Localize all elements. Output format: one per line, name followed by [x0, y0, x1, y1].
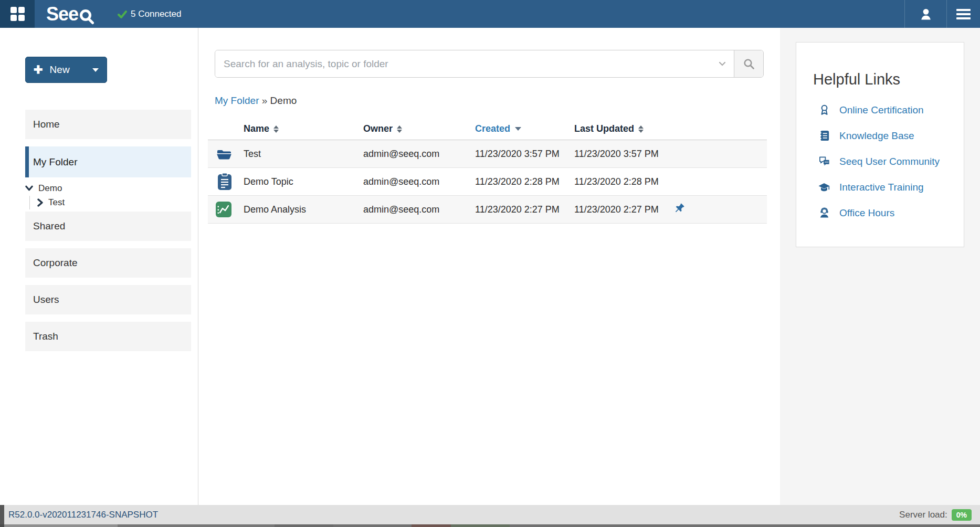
right-panel: Helpful Links Online Certification: [780, 28, 980, 505]
chevron-down-icon[interactable]: [92, 68, 99, 72]
user-icon: [919, 7, 933, 22]
breadcrumb: My Folder » Demo: [215, 95, 780, 107]
search-options-toggle[interactable]: [711, 50, 734, 77]
column-header-last-updated[interactable]: Last Updated: [566, 123, 667, 134]
sidebar-item-trash[interactable]: Trash: [25, 322, 191, 351]
server-load-label: Server load:: [899, 510, 947, 520]
link-seeq-user-community[interactable]: Seeq User Community: [817, 149, 964, 174]
chevron-down-icon[interactable]: [25, 185, 33, 192]
version-label: R52.0.0-v202011231746-SNAPSHOT: [8, 510, 158, 520]
row-name[interactable]: Demo Topic: [235, 176, 355, 187]
tree-item-demo[interactable]: Demo: [25, 181, 198, 195]
table-row-demo-topic[interactable]: Demo Topic admin@seeq.com 11/23/2020 2:2…: [208, 168, 767, 196]
helpful-links-title: Helpful Links: [813, 70, 964, 89]
sidebar-item-corporate[interactable]: Corporate: [25, 248, 191, 278]
seeq-logo[interactable]: See: [46, 6, 94, 22]
link-label[interactable]: Online Certification: [839, 104, 924, 116]
check-icon: [118, 10, 127, 18]
folder-tree: Demo Test: [0, 181, 198, 209]
row-created: 11/23/2020 3:57 PM: [467, 149, 566, 160]
row-created: 11/23/2020 2:27 PM: [467, 204, 566, 215]
row-owner: admin@seeq.com: [355, 176, 467, 187]
breadcrumb-current: Demo: [270, 95, 297, 106]
row-updated: 11/23/2020 2:28 PM: [566, 176, 667, 187]
row-updated: 11/23/2020 2:27 PM: [566, 204, 667, 215]
row-created: 11/23/2020 2:28 PM: [467, 176, 566, 187]
knowledge-base-icon: [818, 130, 830, 142]
link-office-hours[interactable]: Office Hours: [817, 200, 964, 226]
sidebar-item-my-folder[interactable]: My Folder: [25, 146, 191, 177]
workbench-table: Name Owner Created Last Updated: [208, 118, 767, 224]
sort-icon: [273, 125, 279, 133]
analysis-icon: [215, 201, 232, 218]
folder-icon: [216, 147, 232, 160]
tree-indent-line: [29, 196, 30, 209]
app-switcher-button[interactable]: [0, 0, 35, 28]
tree-item-label: Demo: [38, 183, 62, 194]
new-button[interactable]: ✚ New: [25, 57, 107, 83]
server-load-badge: 0%: [952, 509, 972, 521]
search-icon: [743, 58, 755, 70]
row-name[interactable]: Test: [235, 149, 355, 160]
office-hours-icon: [818, 207, 830, 219]
helpful-links-card: Helpful Links Online Certification: [796, 42, 964, 247]
sidebar-item-label: Home: [33, 119, 60, 130]
plus-icon: ✚: [34, 65, 43, 75]
sidebar-item-shared[interactable]: Shared: [25, 212, 191, 241]
sidebar-item-label: My Folder: [33, 156, 77, 168]
training-icon: [818, 181, 830, 194]
sidebar-item-users[interactable]: Users: [25, 285, 191, 314]
community-icon: [818, 155, 830, 167]
link-label[interactable]: Seeq User Community: [839, 156, 940, 167]
link-interactive-training[interactable]: Interactive Training: [817, 174, 964, 200]
breadcrumb-separator: »: [262, 95, 268, 106]
row-updated: 11/23/2020 3:57 PM: [566, 149, 667, 160]
link-knowledge-base[interactable]: Knowledge Base: [817, 123, 964, 149]
table-row-demo-analysis[interactable]: Demo Analysis admin@seeq.com 11/23/2020 …: [208, 196, 767, 224]
column-header-name[interactable]: Name: [235, 123, 355, 134]
connections-status[interactable]: 5 Connected: [118, 9, 181, 19]
sort-icon: [397, 125, 402, 133]
sidebar: ✚ New Home My Folder Demo: [0, 28, 198, 505]
table-header-row: Name Owner Created Last Updated: [208, 118, 767, 140]
grid-icon: [10, 7, 25, 21]
row-owner: admin@seeq.com: [355, 149, 467, 160]
tree-item-label: Test: [48, 197, 65, 208]
column-header-owner[interactable]: Owner: [355, 123, 467, 134]
certificate-icon: [818, 104, 830, 116]
column-header-created[interactable]: Created: [467, 123, 566, 134]
new-button-label: New: [50, 64, 70, 76]
search-bar: [215, 50, 764, 78]
row-name[interactable]: Demo Analysis: [235, 204, 355, 215]
link-online-certification[interactable]: Online Certification: [817, 97, 964, 123]
sort-icon: [638, 125, 644, 133]
window-edge: [0, 505, 4, 524]
tree-item-test[interactable]: Test: [29, 195, 198, 209]
breadcrumb-my-folder-link[interactable]: My Folder: [215, 95, 259, 106]
link-label[interactable]: Interactive Training: [839, 182, 924, 193]
sidebar-item-label: Corporate: [33, 257, 78, 269]
pin-icon[interactable]: [673, 202, 686, 214]
search-button[interactable]: [734, 50, 763, 77]
hamburger-icon: [956, 9, 971, 11]
chevron-right-icon[interactable]: [37, 198, 43, 207]
sidebar-item-label: Shared: [33, 220, 65, 232]
user-profile-button[interactable]: [904, 0, 947, 28]
link-label[interactable]: Knowledge Base: [839, 130, 914, 142]
sidebar-item-home[interactable]: Home: [25, 110, 191, 139]
chevron-down-icon: [719, 61, 726, 66]
link-label[interactable]: Office Hours: [839, 207, 894, 219]
seeq-logo-text: See: [46, 6, 78, 22]
search-input[interactable]: [215, 50, 711, 77]
hamburger-menu-button[interactable]: [947, 0, 980, 28]
logo-magnifier-icon: [79, 8, 94, 25]
taskbar-sliver: [0, 524, 980, 527]
status-footer: R52.0.0-v202011231746-SNAPSHOT Server lo…: [0, 505, 980, 524]
topic-icon: [217, 173, 232, 191]
row-owner: admin@seeq.com: [355, 204, 467, 215]
table-row-test[interactable]: Test admin@seeq.com 11/23/2020 3:57 PM 1…: [208, 140, 767, 168]
sidebar-item-label: Users: [33, 294, 59, 305]
connected-label: 5 Connected: [131, 9, 181, 19]
sort-desc-icon: [515, 127, 521, 131]
sidebar-item-label: Trash: [33, 331, 58, 342]
